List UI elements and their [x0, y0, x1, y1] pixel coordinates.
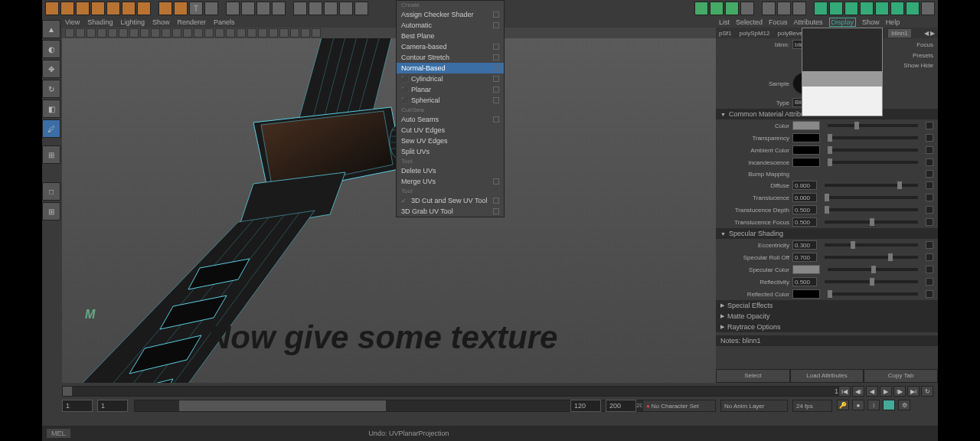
vp-icon[interactable] — [129, 28, 139, 38]
menu-3d-cut-sew[interactable]: ✓3D Cut and Sew UV Tool — [397, 195, 504, 206]
scale-tool-icon[interactable]: ◧ — [42, 100, 60, 118]
color-swatch[interactable] — [792, 289, 820, 299]
select-button[interactable]: Select — [716, 369, 790, 383]
menu-automatic[interactable]: Automatic — [397, 20, 504, 31]
map-button[interactable] — [926, 181, 933, 189]
torus-icon[interactable] — [106, 2, 120, 15]
curve-icon[interactable] — [158, 2, 172, 15]
menu-lighting[interactable]: Lighting — [120, 18, 145, 26]
menu-camera-based[interactable]: Camera-based — [397, 41, 504, 52]
menu-contour-stretch[interactable]: Contour Stretch — [397, 52, 504, 63]
section-fx[interactable]: ▶Special Effects — [716, 300, 938, 311]
menu-view[interactable]: View — [65, 18, 80, 26]
viewport-menu[interactable]: View Shading Lighting Show Renderer Pane… — [62, 17, 716, 28]
time-slider[interactable] — [62, 386, 846, 397]
svg-icon[interactable] — [204, 2, 218, 15]
map-button[interactable] — [926, 170, 933, 178]
range-end2-input[interactable]: 200 — [606, 400, 636, 412]
render-icon[interactable] — [309, 2, 322, 15]
map-button[interactable] — [926, 194, 933, 201]
vp-icon[interactable] — [312, 28, 321, 38]
vp-icon[interactable] — [172, 28, 181, 38]
map-button[interactable] — [926, 134, 933, 142]
range-start-input[interactable]: 1 — [62, 400, 93, 412]
viewport-3d[interactable]: M Now give some texture — [62, 38, 716, 383]
map-button[interactable] — [926, 290, 933, 298]
map-icon[interactable] — [906, 2, 920, 15]
snap-icon[interactable] — [226, 2, 240, 15]
transld-input[interactable] — [792, 205, 817, 214]
vp-icon[interactable] — [97, 28, 106, 38]
diffuse-input[interactable] — [792, 181, 817, 190]
map-button[interactable] — [926, 241, 933, 249]
vp-icon[interactable] — [151, 28, 160, 38]
vp-icon[interactable] — [258, 28, 267, 38]
map-button[interactable] — [926, 278, 933, 286]
uv-context-menu[interactable]: Create Assign Checker Shader Automatic B… — [396, 0, 505, 217]
copy-tab-button[interactable]: Copy Tab — [864, 369, 938, 383]
section-raytrace[interactable]: ▶Raytrace Options — [716, 322, 938, 332]
ecc-input[interactable] — [792, 240, 817, 250]
cube-icon[interactable] — [45, 2, 59, 15]
range-start2-input[interactable]: 1 — [97, 400, 128, 412]
menu-spherical[interactable]: ⬛Spherical — [397, 95, 504, 106]
translf-input[interactable] — [792, 217, 817, 227]
load-attr-button[interactable]: Load Attributes — [790, 369, 864, 383]
step-back-icon[interactable]: ◀I — [852, 386, 864, 397]
menu-split-uv[interactable]: Split UVs — [397, 146, 504, 157]
script-mode[interactable]: MEL — [47, 429, 70, 438]
light-icon[interactable] — [174, 2, 188, 15]
pivot-icon[interactable] — [256, 2, 270, 15]
view-four-icon[interactable]: ⊞ — [42, 202, 60, 220]
vp-icon[interactable] — [226, 28, 235, 38]
vp-icon[interactable] — [108, 28, 117, 38]
cone-icon[interactable] — [91, 2, 105, 15]
menu-shading[interactable]: Shading — [87, 18, 113, 26]
paint-tool-icon[interactable]: 🖊 — [42, 119, 60, 138]
section-specular[interactable]: ▼Specular Shading — [716, 228, 938, 239]
sew-uv-icon[interactable] — [875, 2, 889, 15]
menu-merge-uv[interactable]: Merge UVs — [397, 176, 504, 187]
refl-input[interactable] — [792, 277, 817, 286]
menu-cut-uv[interactable]: Cut UV Edges — [397, 125, 504, 136]
select-tool-icon[interactable]: ▲ — [42, 20, 60, 38]
timeline[interactable]: 1 I◀ ◀I ◀ ▶ I▶ ▶I ↻ 1 1 120 120 200 ●No … — [42, 383, 938, 426]
autokey-icon[interactable]: ● — [852, 400, 864, 410]
vp-icon[interactable] — [290, 28, 299, 38]
bevel-icon[interactable] — [777, 2, 791, 15]
menu-3d-grab[interactable]: 3D Grab UV Tool — [397, 206, 504, 217]
uv-icon[interactable] — [814, 2, 828, 15]
grid-icon[interactable] — [241, 2, 255, 15]
time-handle[interactable] — [63, 387, 72, 396]
sync-icon[interactable]: ↕ — [867, 400, 880, 410]
panel-icon[interactable] — [339, 2, 353, 15]
lasso-tool-icon[interactable]: ◐ — [42, 40, 60, 58]
project-icon[interactable] — [890, 2, 904, 15]
extract-icon[interactable] — [725, 2, 739, 15]
vp-icon[interactable] — [279, 28, 289, 38]
menu-auto-seams[interactable]: Auto Seams — [397, 114, 504, 125]
charset-combo[interactable]: ●No Character Set — [642, 400, 716, 412]
color-swatch[interactable] — [792, 121, 820, 130]
disc-icon[interactable] — [137, 2, 151, 15]
rolloff-input[interactable] — [792, 253, 817, 262]
vp-icon[interactable] — [183, 28, 192, 38]
tool-icon[interactable] — [921, 2, 935, 15]
vp-icon[interactable] — [76, 28, 85, 38]
layout-uv-icon[interactable] — [844, 2, 858, 15]
vp-icon[interactable] — [162, 28, 171, 38]
rewind-end-icon[interactable]: ▶I — [907, 386, 920, 397]
text-icon[interactable]: T — [189, 2, 203, 15]
vp-icon[interactable] — [237, 28, 246, 38]
menu-show[interactable]: Show — [152, 18, 170, 26]
menu-delete-uv[interactable]: Delete UVs — [397, 165, 504, 176]
extrude-icon[interactable] — [762, 2, 776, 15]
shelf-icon[interactable] — [354, 2, 368, 15]
axis-icon[interactable] — [272, 2, 286, 15]
vp-icon[interactable] — [215, 28, 224, 38]
color-swatch[interactable] — [792, 133, 820, 142]
record-icon[interactable] — [883, 400, 895, 410]
move-tool-icon[interactable]: ✥ — [42, 60, 60, 78]
menu-sew-uv[interactable]: Sew UV Edges — [397, 136, 504, 146]
color-swatch[interactable] — [792, 265, 820, 274]
